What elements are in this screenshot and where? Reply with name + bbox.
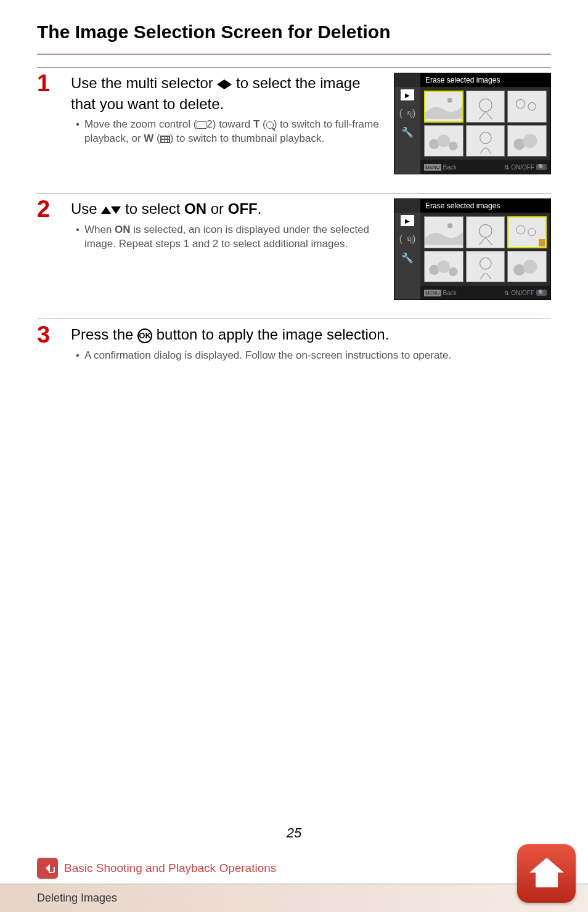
onoff-label: ON/OFF bbox=[511, 164, 534, 171]
step-3-number: 3 bbox=[37, 323, 71, 346]
thumbnail-grid bbox=[420, 87, 550, 160]
thumbnail-grid bbox=[420, 213, 550, 286]
ok-button-icon: OK bbox=[137, 328, 152, 343]
antenna-icon: (ဈ) bbox=[399, 234, 416, 245]
svg-point-2 bbox=[517, 99, 525, 108]
thumbnail-5 bbox=[466, 251, 505, 283]
antenna-icon: (ဈ) bbox=[399, 108, 416, 119]
bullet-text: ) to switch to thumbnail playback. bbox=[170, 132, 324, 144]
svg-point-0 bbox=[447, 98, 452, 103]
page-number: 25 bbox=[287, 825, 301, 841]
step-2-number: 2 bbox=[37, 197, 71, 221]
home-button[interactable] bbox=[517, 844, 576, 903]
camera-sidebar: ▶ (ဈ) 🔧 bbox=[394, 87, 420, 174]
step-3-bullet: • A confirmation dialog is displayed. Fo… bbox=[76, 349, 545, 363]
step-1-bullet: • Move the zoom control (2) toward T () … bbox=[76, 118, 388, 146]
title-divider bbox=[37, 54, 551, 55]
svg-point-16 bbox=[449, 267, 457, 275]
back-label: Back bbox=[443, 164, 457, 171]
play-tab-icon: ▶ bbox=[401, 215, 414, 226]
magnify-icon bbox=[266, 121, 274, 129]
heading-text: or bbox=[206, 200, 228, 217]
bullet-dot: • bbox=[76, 223, 80, 251]
breadcrumb: Basic Shooting and Playback Operations bbox=[0, 858, 588, 884]
play-tab-icon: ▶ bbox=[401, 89, 414, 100]
step-1-number: 1 bbox=[37, 71, 71, 95]
zoom-badge: 🔍 bbox=[536, 164, 547, 170]
thumbnail-2 bbox=[466, 91, 505, 123]
camera-screen-1: Erase selected images ▶ (ဈ) 🔧 MENUBack bbox=[394, 73, 551, 174]
bullet-text: ( bbox=[153, 132, 160, 144]
svg-point-3 bbox=[528, 103, 536, 110]
wrench-icon: 🔧 bbox=[401, 252, 414, 264]
svg-point-5 bbox=[438, 134, 451, 147]
heading-bold: ON bbox=[184, 200, 206, 217]
svg-point-9 bbox=[523, 134, 537, 148]
step-3-heading: Press the OK button to apply the image s… bbox=[71, 324, 545, 345]
bullet-text: ( bbox=[259, 118, 266, 130]
svg-point-15 bbox=[438, 260, 451, 273]
heading-text: Use bbox=[71, 200, 101, 217]
home-icon bbox=[531, 860, 562, 887]
bullet-text: Move the zoom control ( bbox=[84, 118, 197, 130]
left-arrow-icon bbox=[217, 79, 224, 89]
thumbnail-1 bbox=[424, 216, 463, 248]
thumbnail-4 bbox=[424, 251, 463, 283]
bullet-text: 2) toward bbox=[206, 118, 253, 130]
camera-footer: MENUBack ⇅ON/OFF🔍 bbox=[420, 286, 550, 299]
menu-badge: MENU bbox=[424, 290, 441, 296]
up-arrow-icon bbox=[101, 206, 111, 214]
step-1: 1 Use the multi selector to select the i… bbox=[37, 67, 551, 174]
heading-text: Press the bbox=[71, 326, 137, 343]
book-icon bbox=[197, 121, 206, 129]
updown-icon: ⇅ bbox=[504, 164, 509, 171]
svg-point-6 bbox=[449, 141, 457, 150]
thumbnail-1 bbox=[424, 91, 463, 123]
thumbnail-3 bbox=[507, 216, 547, 248]
back-label: Back bbox=[443, 290, 457, 296]
page-title: The Image Selection Screen for Deletion bbox=[37, 22, 551, 43]
svg-point-7 bbox=[480, 132, 491, 144]
bullet-text: A confirmation dialog is displayed. Foll… bbox=[84, 349, 451, 363]
down-arrow-icon bbox=[111, 206, 121, 214]
back-arrow-icon bbox=[46, 864, 50, 873]
svg-point-13 bbox=[528, 229, 536, 236]
thumbnail-4 bbox=[424, 125, 463, 157]
on-marker-icon bbox=[539, 239, 545, 246]
svg-point-12 bbox=[517, 226, 525, 234]
svg-point-17 bbox=[480, 258, 491, 269]
zoom-badge: 🔍 bbox=[536, 290, 547, 296]
section-title: Deleting Images bbox=[37, 892, 117, 904]
onoff-label: ON/OFF bbox=[511, 290, 534, 296]
page-footer: Basic Shooting and Playback Operations D… bbox=[0, 858, 588, 912]
back-button[interactable] bbox=[37, 858, 58, 879]
camera-footer: MENUBack ⇅ON/OFF🔍 bbox=[420, 160, 550, 174]
camera-sidebar: ▶ (ဈ) 🔧 bbox=[394, 213, 420, 299]
camera-header: Erase selected images bbox=[420, 199, 550, 213]
right-arrow-icon bbox=[224, 79, 232, 89]
step-2-bullet: • When ON is selected, an icon is displa… bbox=[76, 223, 388, 251]
svg-point-19 bbox=[523, 259, 537, 274]
thumbnail-6 bbox=[507, 125, 547, 157]
heading-text: Use the multi selector bbox=[71, 75, 217, 91]
updown-icon: ⇅ bbox=[504, 290, 509, 296]
step-2-heading: Use to select ON or OFF. bbox=[71, 198, 388, 219]
thumbnail-grid-icon bbox=[160, 136, 170, 143]
heading-text: button to apply the image selection. bbox=[152, 326, 389, 343]
menu-badge: MENU bbox=[424, 164, 441, 171]
step-2: 2 Use to select ON or OFF. • When ON is … bbox=[37, 193, 551, 300]
breadcrumb-link[interactable]: Basic Shooting and Playback Operations bbox=[64, 861, 276, 875]
wrench-icon: 🔧 bbox=[401, 126, 414, 138]
bullet-bold: W bbox=[144, 132, 153, 144]
thumbnail-5 bbox=[466, 125, 505, 157]
camera-header: Erase selected images bbox=[420, 73, 550, 87]
thumbnail-2 bbox=[466, 216, 505, 248]
bullet-dot: • bbox=[76, 349, 80, 363]
footer-bar: Deleting Images bbox=[0, 884, 588, 912]
thumbnail-3 bbox=[507, 91, 547, 123]
heading-text: to select bbox=[121, 200, 184, 217]
heading-text: . bbox=[258, 200, 262, 217]
thumbnail-6 bbox=[507, 251, 547, 283]
step-3: 3 Press the OK button to apply the image… bbox=[37, 319, 551, 363]
svg-point-1 bbox=[479, 99, 492, 112]
